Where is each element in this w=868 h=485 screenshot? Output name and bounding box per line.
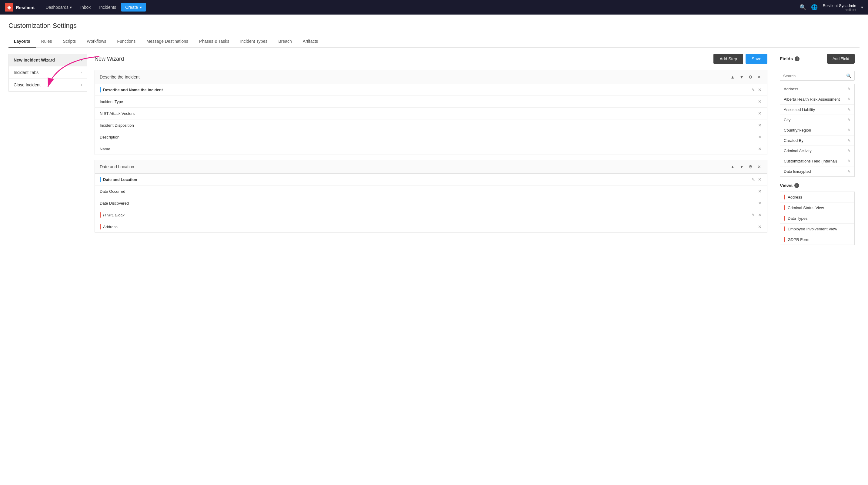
user-dropdown-icon[interactable]: ▾ <box>861 5 863 10</box>
field-edit-icon[interactable]: ✎ <box>847 118 851 122</box>
field-customizations-internal: Customizations Field (internal) ✎ <box>780 156 855 166</box>
save-button[interactable]: Save <box>746 54 767 64</box>
row-date-location-header: Date and Location ✎ ✕ <box>95 174 767 185</box>
row-incident-type: Incident Type ✕ <box>95 96 767 108</box>
right-panel: Fields i Add Field 🔍 Address ✎ Alberta H… <box>775 48 860 251</box>
tabs-bar: Layouts Rules Scripts Workflows Function… <box>8 36 860 48</box>
view-gdpr-form: GDPR Form <box>780 234 855 245</box>
sidebar-item-new-incident-wizard[interactable]: New Incident Wizard › <box>9 54 87 66</box>
field-city: City ✎ <box>780 115 855 125</box>
tab-message-destinations[interactable]: Message Destinations <box>141 36 194 48</box>
section-down-icon[interactable]: ▼ <box>738 74 745 80</box>
row-close-icon[interactable]: ✕ <box>757 176 762 182</box>
tab-functions[interactable]: Functions <box>112 36 141 48</box>
section-settings-icon[interactable]: ⚙ <box>747 164 754 170</box>
views-title: Views i <box>780 183 855 188</box>
tab-phases-tasks[interactable]: Phases & Tasks <box>194 36 235 48</box>
fields-search-box: 🔍 <box>780 71 855 81</box>
fields-search-input[interactable] <box>780 71 843 80</box>
nav-inbox[interactable]: Inbox <box>77 3 94 11</box>
field-assessed-liability: Assessed Liability ✎ <box>780 104 855 115</box>
row-incident-disposition: Incident Disposition ✕ <box>95 119 767 131</box>
section-describe-incident: Describe the Incident ▲ ▼ ⚙ ✕ Describe a… <box>95 70 767 155</box>
fields-info-icon[interactable]: i <box>795 56 800 61</box>
main-content: New Wizard Add Step Save Describe the In… <box>87 48 775 251</box>
row-close-icon[interactable]: ✕ <box>757 224 762 230</box>
section-remove-icon[interactable]: ✕ <box>756 74 762 80</box>
create-arrow-icon: ▾ <box>140 5 142 10</box>
row-edit-icon[interactable]: ✎ <box>751 87 755 93</box>
page-title: Customization Settings <box>8 22 860 30</box>
add-step-button[interactable]: Add Step <box>713 54 743 64</box>
logo[interactable]: ◈ Resilient <box>5 3 35 11</box>
sidebar-item-incident-tabs[interactable]: Incident Tabs › <box>9 66 87 79</box>
row-edit-icon[interactable]: ✎ <box>751 212 755 218</box>
dashboards-arrow-icon: ▾ <box>70 5 72 10</box>
add-field-button[interactable]: Add Field <box>827 54 855 64</box>
row-close-icon[interactable]: ✕ <box>757 98 762 104</box>
globe-icon[interactable]: 🌐 <box>811 4 818 10</box>
search-icon[interactable]: 🔍 <box>800 4 806 10</box>
section-date-location: Date and Location ▲ ▼ ⚙ ✕ Date and Locat… <box>95 160 767 233</box>
tab-artifacts[interactable]: Artifacts <box>297 36 324 48</box>
row-close-icon[interactable]: ✕ <box>757 188 762 194</box>
nav-incidents[interactable]: Incidents <box>95 3 120 11</box>
field-edit-icon[interactable]: ✎ <box>847 169 851 174</box>
fields-list: Address ✎ Alberta Health Risk Assessment… <box>780 84 855 177</box>
field-edit-icon[interactable]: ✎ <box>847 87 851 91</box>
nav-left: ◈ Resilient Dashboards ▾ Inbox Incidents… <box>5 3 146 11</box>
tab-layouts[interactable]: Layouts <box>8 36 36 48</box>
logo-text: Resilient <box>16 5 35 10</box>
row-close-icon[interactable]: ✕ <box>757 134 762 140</box>
row-date-occurred: Date Occurred ✕ <box>95 185 767 197</box>
nav-create[interactable]: Create ▾ <box>121 3 146 11</box>
tab-rules[interactable]: Rules <box>36 36 58 48</box>
wizard-header: New Wizard Add Step Save <box>95 54 767 64</box>
row-close-icon[interactable]: ✕ <box>757 200 762 206</box>
field-edit-icon[interactable]: ✎ <box>847 107 851 112</box>
field-edit-icon[interactable]: ✎ <box>847 128 851 132</box>
row-description: Description ✕ <box>95 131 767 143</box>
nav-links: Dashboards ▾ Inbox Incidents Create ▾ <box>42 3 146 11</box>
field-alberta: Alberta Health Risk Assessment ✎ <box>780 94 855 104</box>
row-close-icon[interactable]: ✕ <box>757 212 762 218</box>
row-close-icon[interactable]: ✕ <box>757 122 762 128</box>
row-edit-icon[interactable]: ✎ <box>751 177 755 182</box>
section-title-describe: Describe the Incident <box>100 74 140 80</box>
row-bar <box>100 87 101 92</box>
field-address: Address ✎ <box>780 84 855 94</box>
section-down-icon[interactable]: ▼ <box>738 164 745 170</box>
view-criminal-status: Criminal Status View <box>780 203 855 213</box>
field-edit-icon[interactable]: ✎ <box>847 97 851 101</box>
row-close-icon[interactable]: ✕ <box>757 146 762 152</box>
section-up-icon[interactable]: ▲ <box>729 164 736 170</box>
row-close-icon[interactable]: ✕ <box>757 110 762 116</box>
search-submit-icon[interactable]: 🔍 <box>843 71 855 80</box>
sidebar-container: New Incident Wizard › Incident Tabs › Cl… <box>8 48 87 251</box>
field-created-by: Created By ✎ <box>780 135 855 146</box>
field-edit-icon[interactable]: ✎ <box>847 159 851 163</box>
tab-scripts[interactable]: Scripts <box>57 36 81 48</box>
tab-incident-types[interactable]: Incident Types <box>235 36 273 48</box>
sidebar-item-close-incident[interactable]: Close Incident › <box>9 79 87 91</box>
views-info-icon[interactable]: i <box>794 183 799 188</box>
section-remove-icon[interactable]: ✕ <box>756 164 762 170</box>
page: Customization Settings Layouts Rules Scr… <box>0 14 868 485</box>
tab-breach[interactable]: Breach <box>273 36 297 48</box>
top-nav: ◈ Resilient Dashboards ▾ Inbox Incidents… <box>0 0 868 14</box>
tab-workflows[interactable]: Workflows <box>81 36 112 48</box>
nav-dashboards[interactable]: Dashboards ▾ <box>42 3 76 11</box>
row-bar <box>100 177 101 182</box>
view-bar <box>784 226 785 231</box>
section-actions-describe: ▲ ▼ ⚙ ✕ <box>729 74 762 80</box>
user-menu[interactable]: Resilient Sysadmin resilient <box>823 3 856 11</box>
section-up-icon[interactable]: ▲ <box>729 74 736 80</box>
row-close-icon[interactable]: ✕ <box>757 87 762 93</box>
fields-title: Fields i <box>780 56 800 61</box>
row-bar-red <box>100 224 101 230</box>
view-data-types: Data Types <box>780 213 855 224</box>
section-settings-icon[interactable]: ⚙ <box>747 74 754 80</box>
view-bar <box>784 194 785 200</box>
field-edit-icon[interactable]: ✎ <box>847 138 851 143</box>
field-edit-icon[interactable]: ✎ <box>847 149 851 153</box>
